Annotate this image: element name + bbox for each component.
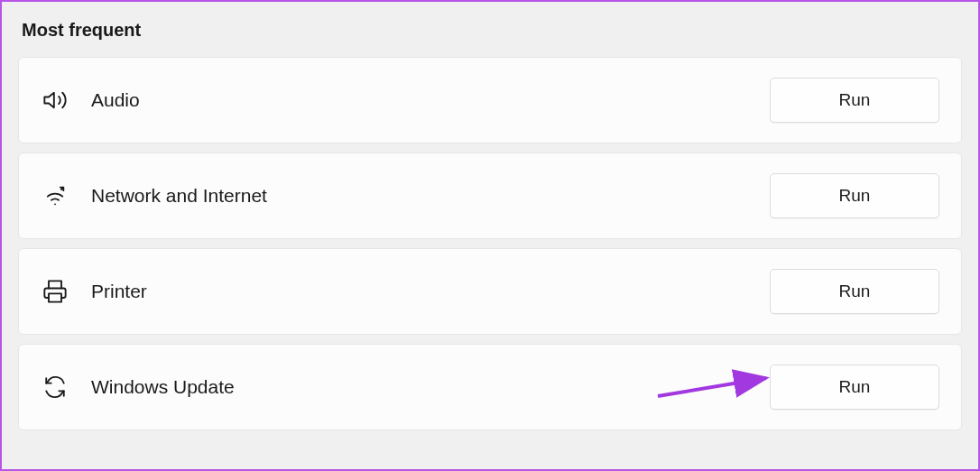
run-button-windows-update[interactable]: Run (770, 365, 939, 410)
run-button-printer[interactable]: Run (770, 269, 939, 314)
troubleshooter-row-windows-update: Windows Update Run (18, 344, 962, 430)
run-button-network[interactable]: Run (770, 173, 939, 218)
troubleshooter-row-printer: Printer Run (18, 248, 962, 335)
svg-marker-0 (44, 93, 54, 107)
troubleshooter-row-audio: Audio Run (18, 57, 962, 143)
section-title: Most frequent (18, 20, 962, 41)
troubleshooter-label: Printer (91, 281, 770, 302)
wifi-icon (41, 181, 69, 210)
troubleshooter-label: Network and Internet (91, 185, 770, 207)
svg-rect-2 (49, 293, 61, 301)
troubleshooter-label: Windows Update (91, 376, 770, 398)
refresh-icon (41, 373, 69, 402)
volume-icon (41, 86, 69, 115)
troubleshooter-row-network: Network and Internet Run (18, 152, 962, 239)
troubleshooter-label: Audio (91, 89, 770, 111)
troubleshoot-panel: Most frequent Audio Run Network and Inte… (0, 0, 980, 471)
run-button-audio[interactable]: Run (770, 78, 939, 123)
printer-icon (41, 277, 69, 306)
